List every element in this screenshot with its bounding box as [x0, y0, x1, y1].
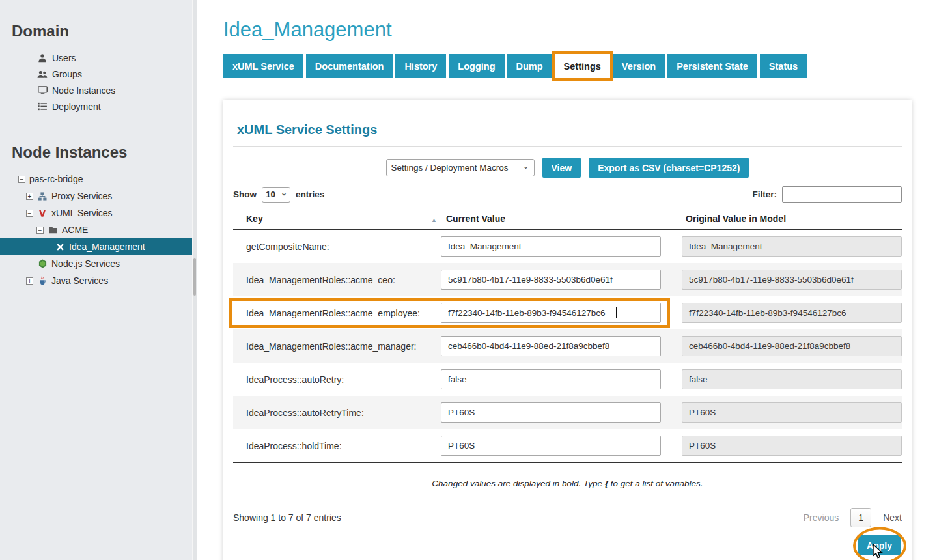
- expand-icon[interactable]: [26, 277, 33, 285]
- users-group-icon: [37, 70, 48, 79]
- row-key: getCompositeName:: [233, 242, 441, 252]
- row-key: IdeaProcess::holdTime:: [233, 441, 441, 451]
- tab-settings[interactable]: Settings: [555, 54, 610, 78]
- tab-history[interactable]: History: [395, 54, 446, 78]
- tree-node-nodejs-services[interactable]: Node.js Services: [0, 255, 197, 272]
- macro-select[interactable]: Settings / Deployment Macros: [386, 159, 535, 176]
- tab-status[interactable]: Status: [760, 54, 807, 78]
- collapse-icon[interactable]: [26, 210, 33, 217]
- table-row: getCompositeName: Idea_Management: [233, 230, 902, 263]
- sort-asc-icon: [431, 214, 441, 224]
- apply-button[interactable]: Apply: [858, 535, 901, 555]
- collapse-icon[interactable]: [36, 227, 44, 234]
- proxy-services-icon: [37, 192, 48, 201]
- tab-documentation[interactable]: Documentation: [306, 54, 393, 78]
- entries-label: entries: [296, 189, 324, 199]
- user-icon: [37, 53, 48, 63]
- table-footer: Showing 1 to 7 of 7 entries Previous 1 N…: [233, 508, 902, 527]
- hint-text: Changed values are displayed in bold. Ty…: [233, 479, 902, 488]
- sidebar-item-label: Users: [52, 53, 76, 63]
- original-value: Idea_Management: [682, 236, 902, 257]
- original-value: f7f22340-14fb-11eb-89b3-f94546127bc6: [682, 303, 902, 323]
- java-icon: [37, 276, 48, 285]
- sidebar-item-label: Node Instances: [52, 85, 115, 96]
- row-key: Idea_ManagementRoles::acme_employee:: [233, 308, 441, 318]
- sidebar-item-groups[interactable]: Groups: [0, 66, 197, 82]
- settings-table-body: getCompositeName: Idea_Management Idea_M…: [233, 230, 902, 463]
- tree-node-label: pas-rc-bridge: [29, 174, 83, 184]
- tree-node-label: Java Services: [51, 275, 108, 286]
- current-value-input[interactable]: [441, 270, 661, 290]
- tree-node-idea-management[interactable]: Idea_Management: [0, 238, 197, 255]
- chevron-down-icon: [281, 189, 287, 199]
- original-value: PT60S: [682, 402, 902, 423]
- row-key: IdeaProcess::autoRetry:: [233, 374, 441, 385]
- domain-heading: Domain: [12, 22, 197, 40]
- tab-logging[interactable]: Logging: [449, 54, 504, 78]
- original-value: 5c917b80-4b17-11e9-8833-5503b6d0e61f: [682, 270, 902, 290]
- original-value: PT60S: [682, 436, 902, 456]
- column-header-current-value[interactable]: Current Value: [441, 214, 661, 224]
- page-size-value: 10: [266, 189, 275, 199]
- service-x-icon: [55, 244, 65, 251]
- tree-node-label: Node.js Services: [51, 259, 120, 269]
- tree-node-label: Idea_Management: [69, 242, 145, 252]
- page-1-button[interactable]: 1: [850, 508, 871, 527]
- pagination: Previous 1 Next: [804, 508, 902, 527]
- tree-node-xuml-services[interactable]: xUML Services: [0, 204, 197, 221]
- deployment-list-icon: [37, 102, 48, 111]
- tree-node-label: Proxy Services: [51, 191, 112, 201]
- row-key: IdeaProcess::autoRetryTime:: [233, 408, 441, 418]
- previous-page-button[interactable]: Previous: [804, 512, 839, 523]
- row-key: Idea_ManagementRoles::acme_ceo:: [233, 275, 441, 285]
- tab-bar: xUML Service Documentation History Loggi…: [223, 54, 937, 78]
- tree-node-proxy-services[interactable]: Proxy Services: [0, 188, 197, 204]
- folder-icon: [48, 226, 58, 234]
- original-value: false: [682, 369, 902, 389]
- show-label: Show: [233, 189, 257, 199]
- original-value: ceb466b0-4bd4-11e9-88ed-21f8a9cbbef8: [682, 336, 902, 356]
- current-value-input[interactable]: [441, 436, 661, 456]
- scrollbar-thumb[interactable]: [193, 258, 196, 296]
- table-row: IdeaProcess::autoRetry: false: [233, 363, 902, 396]
- column-header-key[interactable]: Key: [233, 214, 441, 224]
- current-value-input[interactable]: [441, 236, 661, 257]
- view-button[interactable]: View: [542, 158, 581, 178]
- table-row-highlighted: Idea_ManagementRoles::acme_employee: f7f…: [233, 296, 902, 329]
- sidebar-item-users[interactable]: Users: [0, 49, 197, 66]
- current-value-input[interactable]: [441, 336, 661, 356]
- sidebar-item-node-instances[interactable]: Node Instances: [0, 82, 197, 98]
- current-value-input[interactable]: [441, 402, 661, 423]
- export-csv-button[interactable]: Export as CSV (charset=CP1252): [589, 158, 749, 178]
- collapse-icon[interactable]: [18, 176, 25, 183]
- expand-icon[interactable]: [26, 193, 33, 200]
- filter-input[interactable]: [782, 186, 902, 203]
- sidebar-item-deployment[interactable]: Deployment: [0, 98, 197, 115]
- tree-node-java-services[interactable]: Java Services: [0, 272, 197, 289]
- sidebar: Domain Users Groups Node Instances Deplo…: [0, 0, 197, 560]
- showing-entries-text: Showing 1 to 7 of 7 entries: [233, 512, 341, 523]
- next-page-button[interactable]: Next: [883, 512, 902, 523]
- tree-node-acme[interactable]: ACME: [0, 221, 197, 238]
- filter-control: Filter:: [752, 186, 902, 203]
- sidebar-scrollbar[interactable]: [192, 0, 197, 560]
- column-header-original-value[interactable]: Original Value in Model: [682, 214, 902, 224]
- tab-persistent-state[interactable]: Persistent State: [667, 54, 757, 78]
- current-value-input[interactable]: [441, 369, 661, 389]
- sidebar-item-label: Deployment: [52, 102, 101, 112]
- text-caret: [616, 307, 617, 318]
- tab-version[interactable]: Version: [613, 54, 665, 78]
- tab-dump[interactable]: Dump: [507, 54, 552, 78]
- tab-xuml-service[interactable]: xUML Service: [223, 54, 303, 78]
- panel-title: xUML Service Settings: [237, 122, 902, 137]
- monitor-icon: [37, 86, 48, 95]
- tree-node-pas-rc-bridge[interactable]: pas-rc-bridge: [0, 171, 197, 188]
- page-size-select[interactable]: 10: [262, 187, 290, 203]
- tree-node-label: ACME: [62, 225, 88, 235]
- xuml-services-icon: [37, 209, 48, 217]
- page-title: Idea_Management: [223, 18, 937, 42]
- list-controls: Show 10 entries Filter:: [233, 186, 902, 203]
- current-value-input-focused[interactable]: [441, 303, 661, 323]
- table-row: Idea_ManagementRoles::acme_ceo: 5c917b80…: [233, 263, 902, 296]
- macro-controls: Settings / Deployment Macros View Export…: [233, 158, 902, 178]
